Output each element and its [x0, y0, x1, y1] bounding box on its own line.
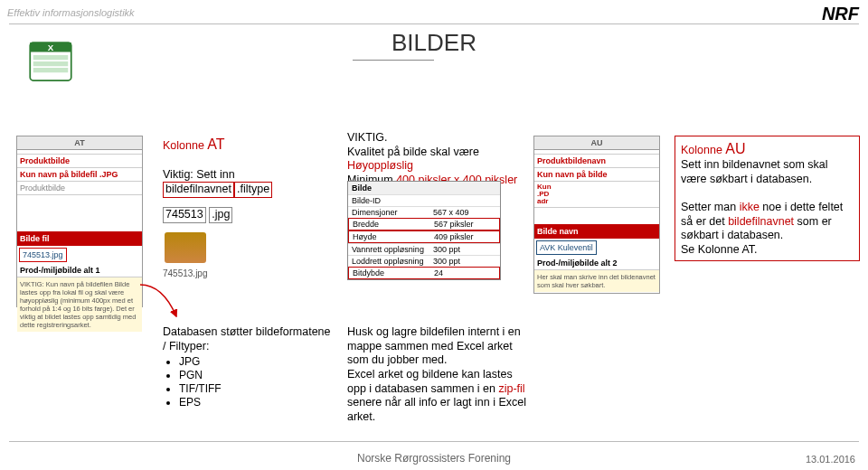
format-item: PGN	[179, 369, 335, 382]
au-col-letter: AU	[725, 141, 745, 156]
title-underline	[353, 60, 434, 61]
footer-date: 13.01.2016	[806, 454, 855, 465]
au-l3d: bildefilnavnet	[728, 215, 794, 228]
format-item: TIF/TIFF	[179, 382, 335, 396]
brand-logo: NRF	[822, 4, 859, 24]
at-kolonne: Kolonne	[163, 139, 207, 152]
column-au-screenshot: AU Produktbildenavn Kun navn på bilde Ku…	[533, 136, 660, 294]
col-at-sub: Kun navn på bildefil .JPG	[17, 168, 142, 182]
col-at-alt-title: Prod-/miljøbilde alt 1	[17, 264, 142, 277]
footer-org: Norske Rørgrossisters Forening	[0, 452, 868, 465]
at-filename-box: bildefilnavnet	[163, 182, 234, 198]
at-line2: Viktig: Sett inn	[163, 168, 235, 181]
formats-title: Databasen støtter bildeformatene / Filty…	[163, 325, 331, 352]
col-at-head: AT	[17, 136, 142, 150]
mid-p3b: zip-fil	[498, 382, 524, 395]
rule-top	[9, 24, 859, 24]
text-block-mid-lower: Husk og lagre bildefilen internt i en ma…	[347, 325, 528, 424]
column-at-screenshot: AT Produktbilde Kun navn på bildefil .JP…	[16, 136, 143, 307]
format-item: JPG	[179, 355, 335, 369]
au-l3a: Setter man	[681, 201, 740, 213]
col-at-value: 745513.jpg	[19, 248, 67, 262]
prop-row: Bitdybde24	[348, 267, 500, 279]
svg-text:X: X	[48, 42, 54, 52]
col-au-value: AVK Kuleventil	[536, 240, 597, 255]
prop-row: Bilde-ID	[348, 194, 500, 206]
col-au-sub: Kun navn på bilde	[534, 168, 659, 182]
prop-row: Dimensjoner567 x 409	[348, 206, 500, 218]
au-kolonne: Kolonne	[681, 144, 725, 156]
props-head: Bilde	[348, 182, 500, 194]
at-code2: .jpg	[209, 207, 232, 223]
image-properties-panel: Bilde Bilde-IDDimensjoner567 x 409Bredde…	[347, 181, 501, 280]
page-title: BILDER	[0, 29, 868, 57]
au-l3b: ikke	[740, 201, 760, 213]
mid-p3c: senere når all info er lagt inn i Excel …	[347, 396, 526, 423]
svg-rect-2	[33, 55, 69, 60]
au-l2: Sett inn bildenavnet som skal være søkba…	[681, 158, 828, 185]
at-filetype-box: .filtype	[234, 182, 272, 198]
col-au-l3: adr	[537, 197, 548, 205]
prop-row: Vannrett oppløsning300 ppt	[348, 243, 500, 255]
tagline: Effektiv informasjonslogistikk	[7, 7, 135, 18]
formats-list: JPGPGNTIF/TIFFEPS	[179, 355, 335, 409]
at-code1: 745513	[163, 207, 206, 223]
col-au-alt-title: Prod-/miljøbilde alt 2	[534, 257, 659, 270]
col-au-note: Her skal man skrive inn det bildenavnet …	[534, 270, 659, 292]
col-at-grey: Produktbilde	[17, 182, 142, 195]
text-block-at: Kolonne AT Viktig: Sett inn bildefilnavn…	[163, 136, 326, 280]
prop-row: Loddrett oppløsning300 ppt	[348, 255, 500, 267]
excel-icon: X	[25, 36, 76, 87]
at-thumb-caption: 745513.jpg	[163, 268, 326, 280]
format-item: EPS	[179, 396, 335, 409]
at-col-letter: AT	[207, 136, 224, 152]
valve-thumb-icon	[165, 232, 206, 263]
col-at-band: Bilde fil	[17, 231, 142, 246]
col-au-band: Bilde navn	[534, 224, 659, 239]
au-l4: Se Kolonne AT.	[681, 243, 758, 256]
prop-row: Bredde567 piksler	[348, 218, 500, 230]
col-at-note: VIKTIG: Kun navn på bildefilen Bilde las…	[17, 277, 142, 332]
prop-row: Høyde409 piksler	[348, 230, 500, 243]
col-au-label: Produktbildenavn	[534, 155, 659, 168]
formats-block: Databasen støtter bildeformatene / Filty…	[163, 325, 335, 409]
svg-rect-3	[33, 61, 69, 66]
col-au-head: AU	[534, 136, 659, 150]
mid-viktig: VIKTIG.	[347, 131, 387, 144]
col-at-label: Produktbilde	[17, 155, 142, 168]
mid-p2: Husk og lagre bildefilen internt i en ma…	[347, 325, 521, 366]
mid-p3a: Excel arket og bildene kan lastes opp i …	[347, 368, 513, 395]
svg-rect-4	[33, 68, 69, 72]
mid-l2b: Høyoppløslig	[347, 159, 413, 172]
rule-bottom	[9, 441, 859, 442]
text-block-au: Kolonne AU Sett inn bildenavnet som skal…	[675, 136, 860, 261]
mid-l2a: Kvalitet på bilde skal være	[347, 146, 479, 158]
